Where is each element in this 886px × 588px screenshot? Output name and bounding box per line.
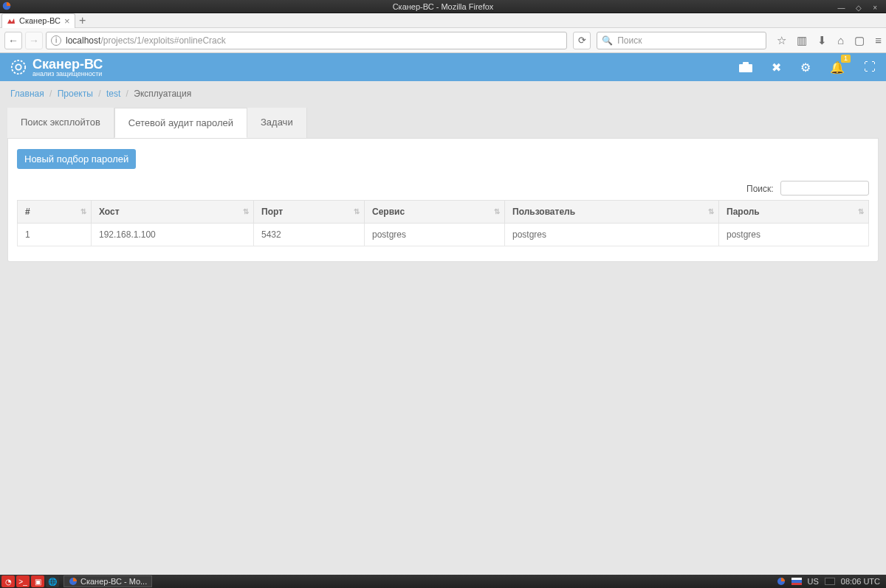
- firefox-icon: [69, 577, 78, 586]
- tab-panel: Новый подбор паролей Поиск: #⇅ Хост⇅ Пор…: [7, 139, 879, 262]
- cell-host: 192.168.1.100: [92, 224, 254, 246]
- logo-subtitle: анализ защищенности: [32, 71, 103, 77]
- search-icon: 🔍: [602, 35, 613, 46]
- url-path: /projects/1/exploits#onlineCrack: [100, 35, 225, 46]
- app-logo[interactable]: Сканер-ВС анализ защищенности: [10, 58, 103, 77]
- logo-icon: [10, 59, 27, 75]
- page-content: Главная / Проекты / test / Эксплуатация …: [0, 81, 886, 262]
- bookmark-icon[interactable]: ☆: [777, 34, 786, 47]
- window-controls[interactable]: — ◇ ×: [838, 1, 882, 15]
- logo-title: Сканер-ВС: [32, 58, 103, 71]
- new-password-crack-button[interactable]: Новый подбор паролей: [17, 149, 136, 169]
- cell-service: postgres: [365, 224, 505, 246]
- tab-exploit-search[interactable]: Поиск эксплойтов: [7, 108, 114, 138]
- globe-icon[interactable]: 🌐: [46, 575, 59, 587]
- firefox-icon: [2, 1, 11, 10]
- os-title-bar: Сканер-ВС - Mozilla Firefox — ◇ ×: [0, 0, 886, 13]
- tab-password-audit[interactable]: Сетевой аудит паролей: [114, 108, 247, 138]
- files-icon[interactable]: ▣: [31, 575, 44, 587]
- results-table: #⇅ Хост⇅ Порт⇅ Сервис⇅ Пользователь⇅ Пар…: [17, 200, 869, 246]
- keyboard-lang[interactable]: US: [808, 577, 819, 586]
- url-host: localhost: [66, 35, 100, 46]
- back-button[interactable]: ←: [4, 32, 22, 49]
- cell-password: postgres: [719, 224, 869, 246]
- col-user[interactable]: Пользователь⇅: [505, 201, 719, 224]
- svg-point-2: [12, 60, 25, 74]
- svg-rect-5: [743, 62, 749, 65]
- keyboard-icon[interactable]: [825, 578, 835, 585]
- browser-tab[interactable]: Сканер-ВС ×: [1, 13, 75, 28]
- downloads-icon[interactable]: ⬇: [817, 34, 827, 47]
- firefox-tray-icon[interactable]: [777, 577, 786, 586]
- sort-icon: ⇅: [243, 209, 249, 215]
- reload-button[interactable]: ⟳: [573, 32, 591, 49]
- table-search-label: Поиск:: [746, 184, 774, 194]
- cell-num: 1: [18, 224, 92, 246]
- forward-button[interactable]: →: [25, 32, 43, 49]
- col-password[interactable]: Пароль⇅: [719, 201, 869, 224]
- crumb-home[interactable]: Главная: [10, 89, 44, 99]
- col-service[interactable]: Сервис⇅: [365, 201, 505, 224]
- briefcase-icon[interactable]: [739, 62, 752, 72]
- tab-title: Сканер-ВС: [19, 16, 61, 25]
- cell-port: 5432: [254, 224, 365, 246]
- tools-icon[interactable]: ✖: [772, 60, 781, 75]
- url-input[interactable]: i localhost/projects/1/exploits#onlineCr…: [46, 32, 567, 49]
- os-taskbar: ◔ >_ ▣ 🌐 Сканер-ВС - Mo... US 08:06 UTC: [0, 575, 886, 588]
- toolbar-icons: ☆ ▥ ⬇ ⌂ ▢ ≡: [769, 34, 882, 47]
- svg-point-3: [16, 64, 21, 69]
- col-num[interactable]: #⇅: [18, 201, 92, 224]
- taskbar-window[interactable]: Сканер-ВС - Mo...: [63, 575, 152, 587]
- crumb-current: Эксплуатация: [134, 89, 191, 99]
- svg-rect-4: [739, 64, 752, 72]
- new-tab-button[interactable]: +: [75, 15, 90, 26]
- sort-icon: ⇅: [708, 209, 714, 215]
- taskbar-left: ◔ >_ ▣ 🌐 Сканер-ВС - Mo...: [1, 575, 152, 587]
- tab-tasks[interactable]: Задачи: [247, 108, 307, 138]
- crumb-project[interactable]: test: [106, 89, 120, 99]
- col-port[interactable]: Порт⇅: [254, 201, 365, 224]
- home-icon[interactable]: ⌂: [837, 34, 844, 47]
- taskbar-window-title: Сканер-ВС - Mo...: [80, 577, 147, 586]
- terminal-icon[interactable]: >_: [16, 575, 30, 587]
- table-search-area: Поиск:: [17, 181, 869, 196]
- sort-icon: ⇅: [494, 209, 500, 215]
- notification-badge: 1: [841, 55, 851, 63]
- content-tabs: Поиск эксплойтов Сетевой аудит паролей З…: [7, 108, 879, 139]
- bell-icon: 🔔: [830, 61, 845, 74]
- fullscreen-icon[interactable]: ⛶: [864, 60, 876, 74]
- address-bar: ← → i localhost/projects/1/exploits#onli…: [0, 28, 886, 53]
- tab-strip: Сканер-ВС × +: [0, 13, 886, 28]
- site-info-icon[interactable]: i: [51, 35, 61, 46]
- sort-icon: ⇅: [80, 209, 86, 215]
- cell-user: postgres: [505, 224, 719, 246]
- header-actions: ✖ ⚙ 🔔 1 ⛶: [739, 60, 876, 75]
- favicon-icon: [7, 16, 16, 25]
- window-title: Сканер-ВС - Mozilla Firefox: [393, 2, 494, 11]
- app-header: Сканер-ВС анализ защищенности ✖ ⚙ 🔔 1 ⛶: [0, 53, 886, 81]
- menu-icon[interactable]: ≡: [875, 34, 882, 47]
- clock: 08:06 UTC: [841, 577, 880, 586]
- crumb-projects[interactable]: Проекты: [58, 89, 93, 99]
- browser-search-input[interactable]: 🔍 Поиск: [597, 32, 766, 49]
- gear-icon[interactable]: ⚙: [800, 60, 811, 75]
- pocket-icon[interactable]: ▥: [797, 34, 807, 47]
- flag-icon[interactable]: [791, 578, 802, 585]
- col-host[interactable]: Хост⇅: [92, 201, 254, 224]
- taskbar-right: US 08:06 UTC: [777, 577, 885, 586]
- app-launcher-icon[interactable]: ◔: [1, 575, 15, 587]
- sort-icon: ⇅: [354, 209, 360, 215]
- breadcrumb: Главная / Проекты / test / Эксплуатация: [7, 81, 879, 108]
- browser-chrome: Сканер-ВС × + ← → i localhost/projects/1…: [0, 13, 886, 53]
- close-tab-icon[interactable]: ×: [64, 15, 70, 27]
- notifications-button[interactable]: 🔔 1: [830, 60, 845, 75]
- sort-icon: ⇅: [858, 209, 864, 215]
- pocket-shield-icon[interactable]: ▢: [854, 34, 865, 47]
- table-row[interactable]: 1 192.168.1.100 5432 postgres postgres p…: [18, 224, 869, 246]
- search-placeholder: Поиск: [617, 35, 642, 46]
- table-search-input[interactable]: [780, 181, 869, 196]
